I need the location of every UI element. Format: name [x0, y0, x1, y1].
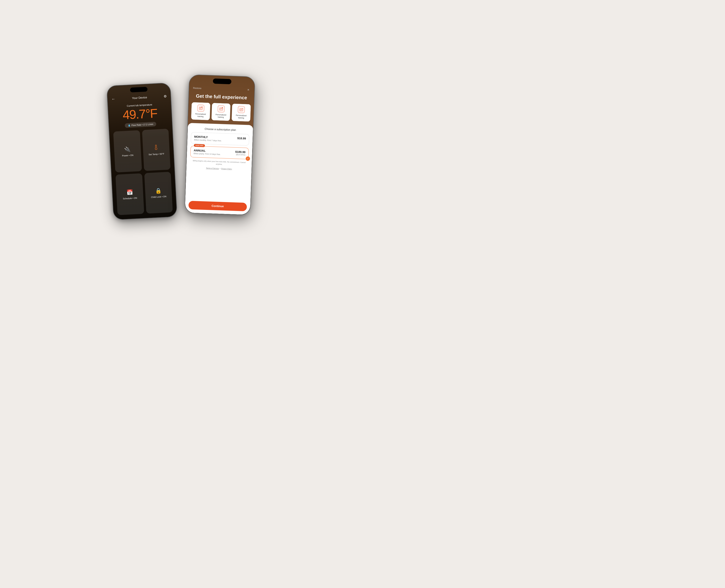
calendar-icon: 📅 — [126, 189, 133, 195]
privacy-link[interactable]: Privacy Policy — [221, 168, 232, 170]
dynamic-island-left — [130, 87, 147, 92]
billing-note: Billing begins only when your free trial… — [190, 160, 249, 167]
temp-card[interactable]: Set Temp • 50°F — [142, 129, 170, 171]
annual-plan-card[interactable]: SAVE 60% ANNUAL Billed yearly. First 14 … — [190, 146, 249, 159]
gear-icon[interactable]: ⚙ — [164, 94, 167, 99]
feature-icon-box-2 — [217, 105, 225, 112]
phone1-title: Your Device — [132, 96, 147, 100]
phone1-nav: ← Your Device ⚙ — [111, 94, 167, 102]
feature-label-3: Personalized training — [234, 114, 249, 120]
feature-icon-box-1 — [197, 105, 204, 112]
flow-icon: 💧 — [128, 124, 130, 127]
childlock-card[interactable]: 🔒 Child Lock • ON — [144, 172, 173, 214]
lock-icon: 🔒 — [155, 188, 162, 194]
annual-plan-name: ANNUAL — [194, 149, 221, 153]
features-row: Personalized training Personalized tra — [191, 102, 251, 122]
back-arrow-icon[interactable]: ← — [111, 97, 115, 102]
schedule-label: Schedule • ON — [123, 197, 137, 200]
svg-rect-4 — [240, 109, 243, 111]
monthly-plan-desc: Billed monthly. First 7 days free. — [194, 139, 222, 142]
phone-left: ← Your Device ⚙ Current tub temperature … — [106, 83, 177, 220]
feature-card-1: Personalized training — [191, 102, 210, 120]
feature-label-2: Personalized training — [213, 113, 228, 119]
temp-section: Current tub temperature 49.7°F 💧 Flow Ra… — [112, 103, 168, 129]
power-card[interactable]: 🔌 Power • ON — [113, 130, 142, 172]
feature-label-1: Personalized training — [193, 113, 208, 118]
subscription-title: Choose a subscription plan — [191, 127, 250, 132]
controls-grid: 🔌 Power • ON Set Temp • 50°F 📅 — [113, 129, 173, 215]
plug-icon: 🔌 — [124, 146, 131, 153]
continue-button[interactable]: Continue — [188, 201, 247, 211]
phone2-bottom: Choose a subscription plan MONTHLY Bille… — [185, 123, 253, 215]
flow-text: Flow Rate • 17.2 L/min — [131, 123, 153, 126]
phone2-nav: Restore × — [193, 86, 251, 92]
annual-plan-price-sub: ($14.5/mo) — [235, 153, 246, 156]
monthly-plan-name: MONTHLY — [194, 135, 222, 139]
annual-plan-price: $189.99 — [235, 150, 246, 154]
phone-right: Restore × Get the full experience — [184, 75, 255, 215]
links-row: Terms of Service • Privacy Policy — [190, 167, 248, 170]
monthly-plan-card[interactable]: MONTHLY Billed monthly. First 7 days fre… — [191, 132, 249, 146]
selected-checkmark: ✓ — [246, 156, 250, 161]
terms-link[interactable]: Terms of Service — [206, 167, 219, 170]
annual-plan-desc: Billed yearly. First 14 days free. — [194, 152, 221, 155]
power-label: Power • ON — [122, 154, 133, 157]
hero-title: Get the full experience — [193, 93, 250, 101]
feature-icon-box-3 — [238, 106, 245, 113]
feature-card-3: Personalized training — [232, 104, 251, 122]
restore-label: Restore — [193, 87, 201, 89]
childlock-label: Child Lock • ON — [151, 195, 166, 198]
monthly-plan-price: $18.99 — [237, 136, 246, 140]
link-separator: • — [220, 168, 220, 170]
feature-card-2: Personalized training — [211, 103, 231, 121]
phones-container: ← Your Device ⚙ Current tub temperature … — [110, 78, 253, 216]
dynamic-island-right — [213, 79, 231, 84]
save-badge: SAVE 60% — [194, 144, 205, 147]
thermometer-icon — [153, 145, 159, 151]
flow-rate-badge: 💧 Flow Rate • 17.2 L/min — [125, 122, 156, 128]
temp-value: 49.7°F — [112, 106, 168, 122]
close-button[interactable]: × — [246, 88, 251, 92]
schedule-card[interactable]: 📅 Schedule • ON — [115, 173, 144, 215]
set-temp-label: Set Temp • 50°F — [149, 153, 164, 156]
